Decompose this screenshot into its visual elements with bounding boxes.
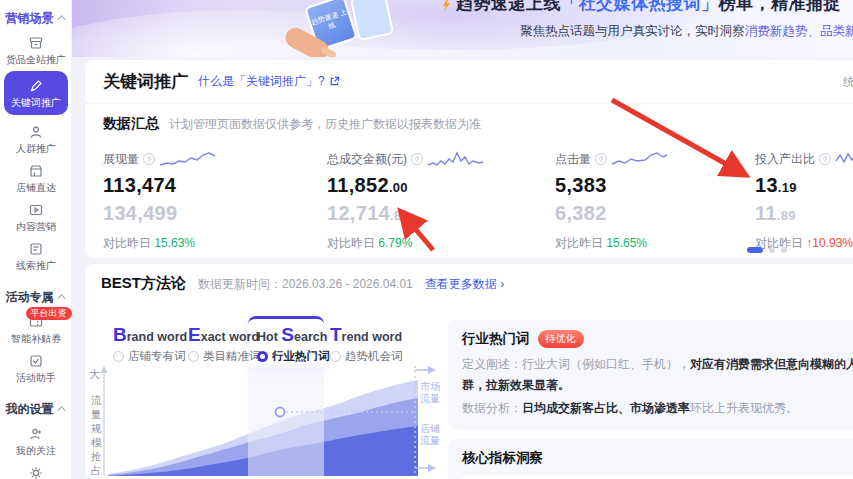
- analysis-line: 数据分析：日均成交新客占比、市场渗透率环比上升表现优秀。: [462, 398, 853, 419]
- metric-label: 展现量: [103, 151, 139, 168]
- video-icon: [28, 202, 44, 218]
- banner-subline: 聚焦热点话题与用户真实讨论，实时洞察消费新趋势、品类新机会: [520, 23, 853, 40]
- svg-text:模: 模: [91, 436, 102, 448]
- right-panel: 行业热门词 待优化 定义阐述：行业大词（例如口红、手机），对应有消费需求但意向模…: [448, 320, 853, 479]
- pagination-dot[interactable]: [781, 247, 787, 253]
- radio-icon[interactable]: [113, 351, 124, 362]
- metric-impressions: 展现量 113,474 134,499 对比昨日 15.63%: [103, 148, 313, 252]
- sidebar-item-label: 活动助手: [5, 371, 66, 383]
- metric-value: 13.19: [755, 174, 853, 197]
- help-circle-icon[interactable]: [819, 153, 831, 165]
- insight-metric-card: 日均成交新客占比 39.83% 环比 ↑5.25% 同行同层均值 34.34%: [462, 475, 853, 479]
- external-link-icon: [329, 76, 340, 87]
- sidebar-item-favorites[interactable]: 我的关注: [4, 423, 68, 460]
- industry-title: 行业热门词: [462, 330, 530, 348]
- clipped-right-text: 统计: [843, 74, 853, 91]
- sidebar-item-auto-rules[interactable]: 自动规则: [4, 462, 68, 479]
- chevron-up-icon: [57, 15, 65, 23]
- star-icon: [28, 426, 44, 442]
- summary-title: 数据汇总: [103, 115, 159, 133]
- sidebar-group-activity[interactable]: 活动专属: [0, 287, 71, 307]
- metric-prev-value: 6,382: [555, 202, 765, 225]
- metric-roi: 投入产出比 13.19 11.89 对比昨日 ↑10.93%: [755, 148, 853, 252]
- platform-funded-badge: 平台出资: [26, 307, 72, 320]
- summary-note: 计划管理页面数据仅供参考，历史推广数据以报表数据为准: [169, 116, 481, 133]
- market-traffic-label: 市场: [420, 381, 440, 392]
- main-content: 关键词推广 什么是「关键词推广」? 统计 数据汇总 计划管理页面数据仅供参考，历…: [72, 57, 853, 479]
- hot-search-band: [248, 364, 324, 476]
- help-circle-icon[interactable]: [143, 153, 155, 165]
- view-more-data-link[interactable]: 查看更多数据 ›: [425, 276, 504, 293]
- sidebar-item-label: 智能补贴券: [5, 332, 66, 344]
- metric-label: 总成交金额(元): [327, 151, 407, 168]
- promo-banner[interactable]: 趋势速递 上线 趋势速递上线「社交媒体热搜词」榜单，精准捕捉 聚焦热点话题与用户…: [72, 0, 853, 57]
- radio-icon[interactable]: [188, 351, 199, 362]
- tab-exact-word[interactable]: Exact word 类目精准词: [188, 324, 261, 364]
- flag-icon: [28, 241, 44, 257]
- sidebar-item-full-site[interactable]: 货品全站推广: [4, 32, 68, 69]
- sidebar-item-leads[interactable]: 线索推广: [4, 238, 68, 275]
- insight-title: 核心指标洞察: [462, 449, 853, 467]
- metrics-pagination: [747, 247, 787, 253]
- spark-icon: [438, 0, 454, 12]
- sidebar-group-settings[interactable]: 我的设置: [0, 399, 71, 419]
- metric-prev-value: 11.89: [755, 202, 853, 225]
- divider: [85, 103, 853, 104]
- axis-top-label: 大: [89, 368, 100, 380]
- sidebar-item-keyword[interactable]: 关键词推广: [4, 71, 68, 115]
- sidebar-item-smart-subsidy[interactable]: 平台出资 智能补贴券: [4, 311, 68, 348]
- pagination-dot-active[interactable]: [747, 247, 763, 253]
- sidebar-group-label: 活动专属: [6, 289, 54, 306]
- chevron-up-icon: [57, 294, 65, 302]
- sidebar-item-label: 人群推广: [5, 142, 66, 154]
- page-title: 关键词推广: [103, 70, 188, 93]
- best-title: BEST方法论: [101, 274, 186, 293]
- pen-icon: [28, 78, 44, 94]
- metric-value: 5,383: [555, 174, 765, 197]
- tab-trend-word[interactable]: Trend word 趋势机会词: [330, 324, 403, 364]
- core-metrics-card: 核心指标洞察 日均成交新客占比 39.83% 环比 ↑5.25% 同行同层均值: [448, 439, 853, 479]
- help-circle-icon[interactable]: [595, 153, 607, 165]
- shop-icon: [28, 163, 44, 179]
- svg-text:抢: 抢: [91, 450, 102, 462]
- metric-compare: 对比昨日 15.65%: [555, 235, 765, 252]
- svg-text:流量: 流量: [420, 393, 440, 404]
- to-optimize-badge: 待优化: [538, 330, 584, 348]
- metric-label: 投入产出比: [755, 151, 815, 168]
- svg-text:占: 占: [91, 464, 102, 476]
- metric-value: 11,852.00: [327, 174, 537, 197]
- sidebar-item-label: 店铺直达: [5, 181, 66, 193]
- axis-arrow-icon: [101, 366, 108, 373]
- phone-tag-label: 趋势速递 上线: [310, 8, 347, 30]
- sidebar-item-content[interactable]: 内容营销: [4, 199, 68, 236]
- definition-line: 定义阐述：行业大词（例如口红、手机），对应有消费需求但意向模糊的人群，拉新效果显…: [462, 354, 853, 396]
- metric-label: 点击量: [555, 151, 591, 168]
- best-methodology-card: BEST方法论 数据更新时间：2026.03.26 - 2026.04.01 查…: [85, 264, 853, 479]
- traffic-area-chart: 市场 流量 店铺 流量 大 流 量 规 模 抢 占: [88, 364, 440, 479]
- industry-hot-words-card: 行业热门词 待优化 定义阐述：行业大词（例如口红、手机），对应有消费需求但意向模…: [448, 320, 853, 429]
- sidebar-item-audience[interactable]: 人群推广: [4, 121, 68, 158]
- store-traffic-label: 店铺: [420, 423, 440, 434]
- sidebar-item-label: 关键词推广: [5, 96, 66, 108]
- sparkline: [835, 149, 853, 169]
- sidebar-item-label: 线索推广: [5, 259, 66, 271]
- tab-hot-search[interactable]: Hot Search 行业热门词: [257, 324, 330, 364]
- sidebar-item-store-direct[interactable]: 店铺直达: [4, 160, 68, 197]
- sparkline: [611, 149, 669, 169]
- metric-gmv: 总成交金额(元) 11,852.00 12,714.80 对比昨日 6.79%: [327, 148, 537, 252]
- banner-headline: 趋势速递上线「社交媒体热搜词」榜单，精准捕捉: [456, 0, 841, 15]
- data-summary-card: 关键词推广 什么是「关键词推广」? 统计 数据汇总 计划管理页面数据仅供参考，历…: [85, 60, 853, 258]
- pagination-dot[interactable]: [769, 247, 775, 253]
- sparkline: [159, 149, 217, 169]
- radio-icon[interactable]: [330, 351, 341, 362]
- sidebar-group-marketing[interactable]: 营销场景: [0, 8, 71, 28]
- radio-checked-icon[interactable]: [257, 351, 268, 362]
- sidebar-item-label: 内容营销: [5, 220, 66, 232]
- keyword-promotion-page: 营销场景 货品全站推广 关键词推广 人群推广 店铺直达 内容营销 线索推广: [0, 0, 853, 479]
- sidebar-item-label: 货品全站推广: [5, 53, 66, 65]
- help-circle-icon[interactable]: [411, 153, 423, 165]
- what-is-keyword-link[interactable]: 什么是「关键词推广」?: [198, 73, 340, 90]
- sidebar-item-activity-helper[interactable]: 活动助手: [4, 350, 68, 387]
- svg-text:量: 量: [90, 408, 102, 420]
- tab-brand-word[interactable]: Brand word 店铺专有词: [113, 324, 187, 364]
